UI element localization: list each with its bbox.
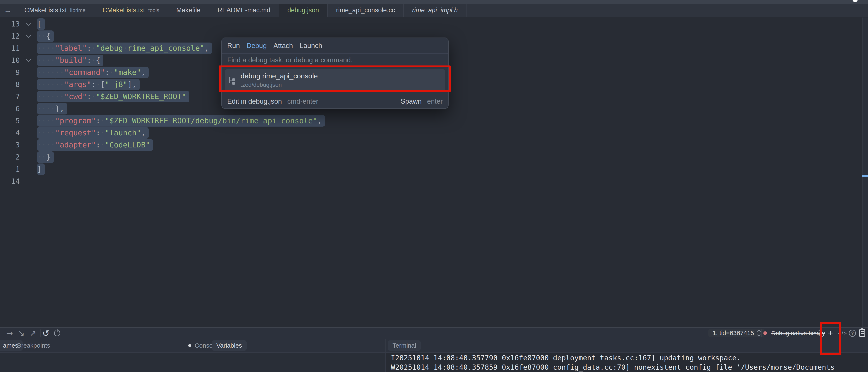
whitespace-dots: ···· [37,116,55,125]
tab-label: CMakeLists.txt [102,6,145,14]
code-line[interactable]: 13[ [0,18,862,30]
picker-mode-attach[interactable]: Attach [274,42,293,50]
json-punctuation: [ [100,80,105,89]
terminal-output[interactable]: I20251014 14:08:40.357790 0x16fe87000 de… [391,353,868,372]
selection-highlight: [ [37,18,45,30]
json-string: "launch" [105,128,141,137]
json-punctuation: : [96,116,100,125]
logs-clipboard-icon[interactable] [859,329,865,337]
code-line[interactable]: 1] [0,163,862,175]
fold-gutter[interactable] [20,59,37,62]
code-line[interactable]: 4····"request":·"launch", [0,127,862,139]
tab-debug-json[interactable]: debug.json [279,4,328,17]
json-string: rime_api_console" [128,44,204,52]
tab-rime-api-impl-h[interactable]: rime_api_impl.h [404,4,467,17]
code-line[interactable]: 3····"adapter":·"CodeLLDB" [0,139,862,151]
code-text: ····"request":·"launch", [37,127,149,139]
whitespace-dots: · [96,80,100,89]
tab-rime-api-console-cc[interactable]: rime_api_console.cc [328,4,404,17]
whitespace-dots: · [100,116,105,125]
line-number: 1 [0,165,20,173]
line-number: 6 [0,104,20,113]
whitespace-dots: ······ [37,92,64,101]
edit-action-keybinding: cmd-enter [287,97,318,105]
json-punctuation: { [96,56,100,64]
picker-search-input[interactable]: Find a debug task, or debug a command. [222,54,448,67]
whitespace-dots: ···· [37,104,55,113]
restart-icon[interactable]: ↺ [41,328,51,339]
code-text: ····"adapter":·"CodeLLDB" [37,139,153,151]
spawn-action-label: Spawn [401,97,422,105]
tabs-holder: CMakeLists.txtlibrimeCMakeLists.txttools… [16,4,467,17]
json-punctuation: , [141,128,146,137]
tab-readme-mac-md[interactable]: README-mac.md [209,4,279,17]
selection-highlight: ······"args":·["-j8"], [37,79,140,90]
step-into-icon[interactable]: ↘ [17,328,26,339]
code-line[interactable]: 14 [0,175,862,187]
edit-in-debug-json-button[interactable]: Edit in debug.json cmd-enter [227,97,318,105]
picker-mode-launch[interactable]: Launch [300,42,322,50]
result-subtitle: .zed/debug.json [241,82,318,88]
tab-breakpoints[interactable]: Breakpoints [17,340,50,351]
edit-debug-json-icon[interactable]: </> [838,328,847,339]
fold-chevron-icon[interactable] [26,21,31,26]
json-punctuation: }, [55,104,64,113]
json-punctuation: : [87,44,91,52]
code-line[interactable]: 2··} [0,151,862,163]
tab-terminal[interactable]: Terminal [388,340,421,351]
fold-chevron-icon[interactable] [26,57,31,62]
fold-chevron-icon[interactable] [26,33,31,38]
help-icon[interactable]: ? [849,330,856,337]
console-activity-dot [188,344,191,347]
dock-tabs-row [0,339,868,352]
json-punctuation: : [96,141,100,149]
selection-highlight: ] [37,163,45,175]
toolbar-divider [761,330,762,337]
editor-scrollbar[interactable] [862,18,868,328]
new-session-button[interactable]: + [826,328,835,338]
whitespace-dots: ·· [37,32,46,40]
terminal-line: I20251014 14:08:40.357790 0x16fe87000 de… [391,353,868,363]
line-number: 11 [0,44,20,52]
json-punctuation: : [87,92,91,101]
whitespace-dots: · [91,44,96,52]
json-key: "args" [64,80,91,89]
tab-cmakelists-txt[interactable]: CMakeLists.txtlibrime [16,4,94,17]
dock-divider [385,339,386,372]
json-punctuation: , [204,44,209,52]
json-punctuation: ], [128,80,136,89]
json-string: "-j8" [105,80,127,89]
code-line[interactable]: 5····"program":·"$ZED_WORKTREE_ROOT/debu… [0,115,862,127]
step-out-icon[interactable]: ↗ [28,328,37,339]
session-selector-label[interactable]: Debug native binary [771,328,825,339]
picker-mode-run[interactable]: Run [227,42,240,50]
selection-highlight: ····"program":·"$ZED_WORKTREE_ROOT/debug… [37,115,325,127]
selection-highlight: ····"adapter":·"CodeLLDB" [37,139,153,151]
picker-result-item[interactable]: debug rime_api_console.zed/debug.json [225,69,445,91]
whitespace-dots: · [100,128,105,137]
line-number: 10 [0,56,20,64]
tab-variables[interactable]: Variables [212,340,247,351]
code-text: ······"cwd":·"$ZED_WORKTREE_ROOT" [37,91,189,102]
fold-gutter[interactable] [20,22,37,26]
json-punctuation: } [46,153,51,161]
selection-highlight: ··} [37,151,54,163]
line-number: 2 [0,153,20,161]
picker-search-placeholder: Find a debug task, or debug a command. [227,56,353,64]
whitespace-dots: · [110,68,114,76]
thread-selector-dropdown[interactable]: 1: tid=6367415 [708,329,765,337]
continue-icon[interactable]: → [5,328,14,339]
tab-cmakelists-txt[interactable]: CMakeLists.txttools [94,4,168,17]
code-text: ····"program":·"$ZED_WORKTREE_ROOT/debug… [37,115,325,127]
tab-label: CMakeLists.txt [24,6,67,14]
json-punctuation: : [91,80,96,89]
picker-mode-debug[interactable]: Debug [247,42,267,50]
tab-makefile[interactable]: Makefile [168,4,209,17]
frames-panel-content[interactable] [0,352,385,372]
line-number: 9 [0,68,20,76]
fold-gutter[interactable] [20,34,37,38]
navigate-forward-icon[interactable]: → [0,4,16,17]
spawn-button[interactable]: Spawn enter [401,97,443,105]
tab-label: rime_api_impl.h [412,6,458,14]
stop-icon[interactable] [53,328,62,339]
